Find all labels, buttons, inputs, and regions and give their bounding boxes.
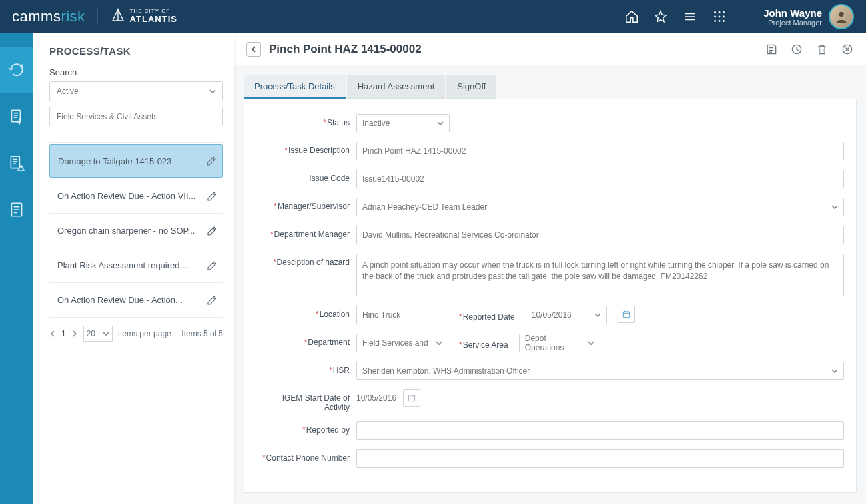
- status-select[interactable]: Inactive: [356, 114, 450, 132]
- page-prev-icon[interactable]: [49, 330, 56, 337]
- svg-point-7: [719, 20, 721, 22]
- panel-title: PROCESS/TASK: [49, 45, 223, 57]
- label-dept-manager: Department Manager: [274, 230, 350, 239]
- app-logo: cammsrisk: [12, 8, 85, 25]
- page-title: Pinch Point HAZ 1415-00002: [269, 43, 422, 56]
- items-per-page-select[interactable]: 20: [83, 326, 113, 342]
- status-filter-value: Active: [57, 87, 79, 96]
- rail-item-doc-list[interactable]: [0, 186, 33, 233]
- main-area: Pinch Point HAZ 1415-00002 Process/Task …: [234, 33, 866, 504]
- label-issue-code: Issue Code: [309, 174, 350, 183]
- back-button[interactable]: [246, 42, 261, 57]
- reported-date-value: 10/05/2016: [532, 310, 572, 320]
- issue-code-input[interactable]: Issue1415-00002: [356, 170, 844, 188]
- main-actions: [765, 43, 854, 56]
- edit-icon[interactable]: [205, 155, 217, 167]
- chevron-down-icon: [103, 330, 109, 337]
- form-card: *Status Inactive *Issue Description Pinc…: [244, 99, 857, 493]
- issue-desc-input[interactable]: Pinch Point HAZ 1415-00002: [356, 142, 844, 160]
- issue-desc-value: Pinch Point HAZ 1415-00002: [362, 146, 466, 156]
- list-panel: PROCESS/TASK Search Active Damage to Tai…: [33, 33, 234, 504]
- user-block[interactable]: John Wayne Project Manager: [763, 4, 854, 29]
- star-icon[interactable]: [653, 9, 668, 24]
- rail-item-doc-flash[interactable]: [0, 93, 33, 140]
- chevron-down-icon: [436, 340, 442, 346]
- chevron-down-icon: [588, 340, 594, 346]
- reported-date-select[interactable]: 10/05/2016: [526, 306, 607, 324]
- home-icon[interactable]: [624, 9, 639, 24]
- rail-item-refresh[interactable]: [0, 47, 33, 93]
- svg-point-0: [714, 11, 716, 13]
- tab[interactable]: Process/Task Details: [244, 75, 346, 99]
- label-reported-date: Reported Date: [463, 312, 515, 322]
- hazard-desc-textarea[interactable]: A pinch point situation may occur when t…: [356, 254, 844, 296]
- dept-manager-input[interactable]: David Mullins, Recreational Services Co-…: [356, 226, 844, 244]
- label-reported-by: Reported by: [306, 425, 350, 435]
- label-service-area: Service Area: [463, 340, 508, 350]
- label-manager: Manager/Supervisor: [278, 202, 350, 211]
- hazard-desc-value: A pinch point situation may occur when t…: [362, 260, 838, 283]
- department-value: Field Services and: [362, 338, 428, 348]
- chevron-down-icon: [209, 88, 216, 95]
- ipp-label: Items per page: [118, 329, 171, 338]
- edit-icon[interactable]: [206, 190, 218, 202]
- list-item-label: Plant Risk Assessment required...: [57, 260, 187, 270]
- chevron-down-icon: [831, 204, 838, 210]
- clock-icon[interactable]: [790, 43, 803, 56]
- calendar-button-muted[interactable]: [403, 389, 420, 407]
- avatar[interactable]: [829, 4, 854, 29]
- svg-rect-11: [11, 156, 19, 168]
- contact-phone-input[interactable]: [356, 449, 844, 468]
- list-item-label: On Action Review Due - Action VII...: [57, 191, 195, 201]
- calendar-button[interactable]: [618, 306, 635, 323]
- reported-by-input[interactable]: [356, 421, 844, 440]
- manager-value: Adrian Peachey-CED Team Leader: [362, 202, 487, 212]
- svg-point-6: [714, 20, 716, 22]
- close-icon[interactable]: [841, 43, 854, 56]
- search-label: Search: [49, 67, 223, 77]
- hsr-value: Sheriden Kempton, WHS Administration Off…: [362, 366, 530, 376]
- tab[interactable]: SignOff: [446, 75, 496, 99]
- trash-icon[interactable]: [815, 43, 829, 56]
- edit-icon[interactable]: [206, 225, 218, 237]
- main-header: Pinch Point HAZ 1415-00002: [234, 33, 866, 65]
- svg-point-5: [723, 16, 725, 18]
- page-number: 1: [61, 329, 66, 338]
- list-item[interactable]: Plant Risk Assessment required...: [49, 248, 223, 283]
- process-list: Damage to Tailgate 1415-023On Action Rev…: [49, 142, 223, 318]
- svg-point-8: [723, 20, 725, 22]
- apps-icon[interactable]: [712, 9, 727, 24]
- logo-text-right: risk: [61, 8, 85, 25]
- list-item[interactable]: Oregon chain sharpener - no SOP...: [49, 214, 223, 248]
- header-divider2: [739, 8, 739, 25]
- location-input[interactable]: Hino Truck: [356, 306, 448, 324]
- text-filter-input[interactable]: [49, 107, 223, 126]
- list-item[interactable]: Damage to Tailgate 1415-023: [49, 144, 223, 178]
- label-status: Status: [327, 118, 350, 127]
- rail-item-doc-warn[interactable]: [0, 140, 33, 186]
- text-filter-field[interactable]: [57, 112, 216, 121]
- svg-rect-16: [408, 395, 414, 401]
- logo-text-left: camms: [12, 8, 61, 25]
- list-item[interactable]: On Action Review Due - Action VII...: [49, 179, 223, 214]
- header-divider: [97, 8, 98, 25]
- page-next-icon[interactable]: [71, 330, 78, 337]
- pager: 1 20 Items per page Items 5 of 5: [49, 326, 223, 342]
- status-filter-select[interactable]: Active: [49, 81, 223, 101]
- list-item[interactable]: On Action Review Due - Action...: [49, 283, 223, 318]
- hsr-select[interactable]: Sheriden Kempton, WHS Administration Off…: [356, 362, 844, 380]
- save-icon[interactable]: [765, 43, 778, 56]
- tab[interactable]: Hazard Assessment: [347, 75, 446, 99]
- tenant-logo: THE CITY OF ATLANTIS: [110, 7, 177, 26]
- city-icon: [110, 7, 126, 26]
- svg-point-1: [719, 11, 721, 13]
- edit-icon[interactable]: [206, 260, 218, 272]
- menu-icon[interactable]: [683, 9, 697, 24]
- pager-summary: Items 5 of 5: [181, 329, 223, 338]
- label-location: Location: [320, 310, 350, 319]
- manager-select[interactable]: Adrian Peachey-CED Team Leader: [356, 198, 844, 216]
- label-hsr: HSR: [333, 366, 350, 375]
- service-area-select[interactable]: Depot Operations: [519, 334, 600, 352]
- edit-icon[interactable]: [206, 294, 218, 306]
- department-select[interactable]: Field Services and: [356, 334, 448, 352]
